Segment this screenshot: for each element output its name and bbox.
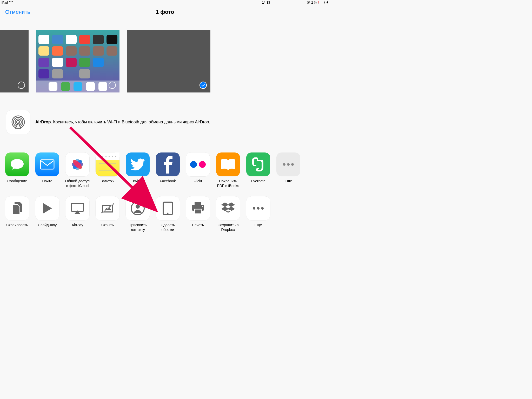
svg-point-22 xyxy=(99,156,100,157)
evernote-icon xyxy=(246,152,270,176)
svg-point-27 xyxy=(115,156,116,157)
action-print[interactable]: Печать xyxy=(185,196,210,232)
svg-point-31 xyxy=(260,163,261,164)
share-evernote[interactable]: Evernote xyxy=(246,152,271,188)
ibooks-icon xyxy=(216,152,240,176)
battery-icon xyxy=(318,1,325,5)
contact-icon xyxy=(126,196,150,220)
airdrop-row[interactable]: AirDrop. Коснитесь, чтобы включить Wi-Fi… xyxy=(0,102,330,147)
action-hide[interactable]: Скрыть xyxy=(95,196,120,232)
status-bar: iPad 14:33 2 % xyxy=(0,0,330,5)
share-ibooks[interactable]: Сохранить PDF в iBooks xyxy=(216,152,241,188)
rotation-lock-icon xyxy=(307,1,310,5)
share-icloud-photos[interactable]: Общий доступ к фото iCloud xyxy=(65,152,90,188)
share-facebook[interactable]: Facebook xyxy=(155,152,180,188)
share-flickr[interactable]: Flickr xyxy=(185,152,210,188)
photo-thumb[interactable] xyxy=(0,30,29,92)
wifi-icon xyxy=(9,1,13,4)
svg-rect-2 xyxy=(318,1,324,4)
page-title: 1 фото xyxy=(156,9,174,15)
svg-rect-4 xyxy=(318,1,319,3)
svg-rect-43 xyxy=(195,209,201,214)
clock: 14:33 xyxy=(262,1,270,4)
svg-point-0 xyxy=(307,1,310,4)
svg-point-23 xyxy=(102,156,103,157)
selection-ring-icon[interactable] xyxy=(18,82,25,89)
action-copy[interactable]: Скопировать xyxy=(5,196,30,232)
print-icon xyxy=(186,196,210,220)
action-more[interactable]: Еще xyxy=(246,196,271,232)
svg-point-24 xyxy=(105,156,107,157)
action-assign-contact[interactable]: Присвоить контакту xyxy=(125,196,150,232)
svg-rect-9 xyxy=(41,160,54,169)
messages-icon xyxy=(5,152,29,176)
svg-rect-32 xyxy=(71,203,83,211)
selection-check-icon[interactable] xyxy=(200,82,207,89)
airplay-icon xyxy=(65,196,89,220)
selection-ring-icon[interactable] xyxy=(109,82,116,89)
copy-icon xyxy=(5,196,29,220)
share-twitter[interactable]: Twitter xyxy=(125,152,150,188)
action-wallpaper[interactable]: Сделать обоями xyxy=(155,196,180,232)
svg-point-44 xyxy=(202,206,203,207)
charging-icon xyxy=(327,1,328,5)
svg-rect-18 xyxy=(96,152,119,159)
play-icon xyxy=(35,196,59,220)
svg-point-40 xyxy=(167,213,169,214)
airdrop-text: AirDrop. Коснитесь, чтобы включить Wi-Fi… xyxy=(35,120,210,124)
photo-thumb[interactable] xyxy=(36,30,119,92)
more-icon xyxy=(276,152,300,176)
share-mail[interactable]: Почта xyxy=(35,152,60,188)
facebook-icon xyxy=(156,152,180,176)
battery-pct: 2 % xyxy=(311,1,317,4)
device-label: iPad xyxy=(2,1,8,4)
hide-icon xyxy=(96,196,119,220)
action-row[interactable]: Скопировать Слайд-шоу AirPlay Скрыть При… xyxy=(0,191,330,235)
svg-rect-1 xyxy=(308,2,309,3)
photo-thumb[interactable] xyxy=(127,30,210,92)
svg-rect-41 xyxy=(195,202,201,205)
cancel-button[interactable]: Отменить xyxy=(5,9,30,15)
share-more[interactable]: Еще xyxy=(276,152,301,188)
svg-rect-3 xyxy=(325,2,325,3)
action-airplay[interactable]: AirPlay xyxy=(65,196,90,232)
notes-icon xyxy=(96,152,119,176)
mail-icon xyxy=(35,152,59,176)
photo-strip[interactable] xyxy=(0,20,330,102)
action-dropbox[interactable]: Сохранить в Dropbox xyxy=(216,196,241,232)
share-notes[interactable]: Заметки xyxy=(95,152,120,188)
action-slideshow[interactable]: Слайд-шоу xyxy=(35,196,60,232)
wallpaper-icon xyxy=(156,196,180,220)
share-message[interactable]: Сообщение xyxy=(5,152,30,188)
twitter-icon xyxy=(126,152,150,176)
nav-bar: Отменить 1 фото xyxy=(0,5,330,20)
airdrop-icon xyxy=(6,110,30,134)
share-app-row[interactable]: Сообщение Почта Общий доступ к фото iClo… xyxy=(0,147,330,191)
photos-icon xyxy=(65,152,89,176)
svg-point-38 xyxy=(136,204,140,209)
svg-point-25 xyxy=(109,156,110,157)
svg-point-26 xyxy=(112,156,113,157)
svg-point-29 xyxy=(199,161,206,168)
svg-point-28 xyxy=(190,161,197,168)
dropbox-icon xyxy=(216,196,240,220)
more-icon xyxy=(246,196,270,220)
flickr-icon xyxy=(186,152,210,176)
